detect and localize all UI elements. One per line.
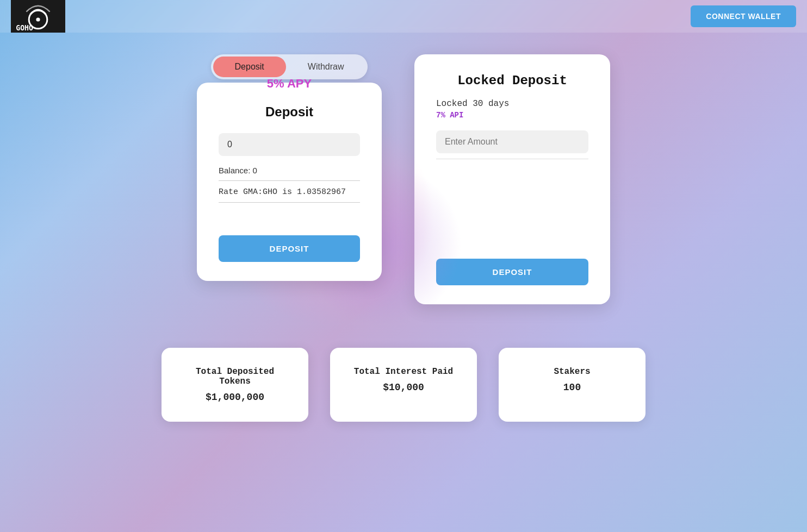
balance-display: Balance: 0 [219, 166, 360, 181]
deposit-card-title: Deposit [219, 104, 360, 120]
stat-stakers-value: 100 [520, 382, 624, 393]
locked-deposit-card: Locked Deposit Locked 30 days 7% API DEP… [414, 54, 610, 304]
stat-deposited-value: $1,000,000 [183, 392, 287, 403]
locked-spacer [436, 159, 588, 259]
left-panel: Deposit Withdraw 5% APY Deposit Balance:… [197, 54, 382, 281]
locked-api-label: 7% API [436, 111, 588, 120]
stat-interest-title: Total Interest Paid [352, 367, 455, 377]
stat-card-interest: Total Interest Paid $10,000 [330, 348, 477, 422]
tab-deposit[interactable]: Deposit [213, 57, 286, 77]
main-content: Deposit Withdraw 5% APY Deposit Balance:… [0, 33, 807, 443]
top-section: Deposit Withdraw 5% APY Deposit Balance:… [197, 54, 610, 304]
stat-deposited-title: Total Deposited Tokens [183, 367, 287, 386]
header: GOHO CONNECT WALLET [0, 0, 807, 33]
deposit-amount-input[interactable] [219, 133, 360, 156]
tab-withdraw[interactable]: Withdraw [286, 57, 366, 77]
svg-point-1 [36, 17, 40, 21]
stat-interest-value: $10,000 [352, 382, 455, 393]
deposit-card: Deposit Balance: 0 Rate GMA:GHO is 1.035… [197, 83, 382, 281]
stat-card-stakers: Stakers 100 [499, 348, 645, 422]
stat-card-deposited: Total Deposited Tokens $1,000,000 [162, 348, 308, 422]
locked-days-label: Locked 30 days [436, 99, 588, 109]
locked-deposit-button[interactable]: DEPOSIT [436, 259, 588, 285]
logo-icon: GOHO [11, 0, 65, 33]
logo: GOHO [11, 0, 65, 33]
stat-stakers-title: Stakers [520, 367, 624, 377]
locked-deposit-title: Locked Deposit [436, 73, 588, 88]
tab-switcher: Deposit Withdraw [211, 54, 368, 79]
apy-label: 5% APY [267, 77, 312, 91]
deposit-button[interactable]: DEPOSIT [219, 235, 360, 262]
connect-wallet-button[interactable]: CONNECT WALLET [691, 5, 796, 27]
locked-amount-input[interactable] [436, 130, 588, 153]
rate-display: Rate GMA:GHO is 1.03582967 [219, 187, 360, 203]
stats-section: Total Deposited Tokens $1,000,000 Total … [162, 348, 645, 422]
svg-text:GOHO: GOHO [16, 24, 33, 32]
